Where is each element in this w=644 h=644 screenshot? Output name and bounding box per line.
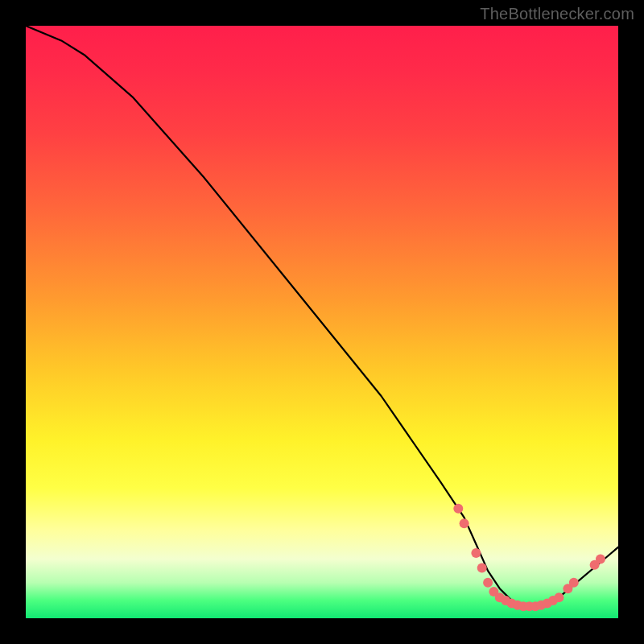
chart-marker: [453, 504, 463, 514]
chart-marker: [471, 548, 481, 558]
watermark-text: TheBottlenecker.com: [480, 5, 634, 23]
chart-curve: [26, 26, 618, 606]
chart-marker: [596, 554, 605, 564]
chart-markers: [453, 504, 605, 612]
chart-marker: [569, 578, 579, 588]
chart-frame: TheBottlenecker.com: [0, 0, 644, 644]
chart-plot-area: [26, 26, 618, 618]
chart-marker: [460, 518, 469, 528]
chart-marker: [554, 592, 564, 602]
chart-svg: [26, 26, 618, 618]
chart-marker: [477, 563, 487, 572]
chart-marker: [483, 578, 493, 588]
